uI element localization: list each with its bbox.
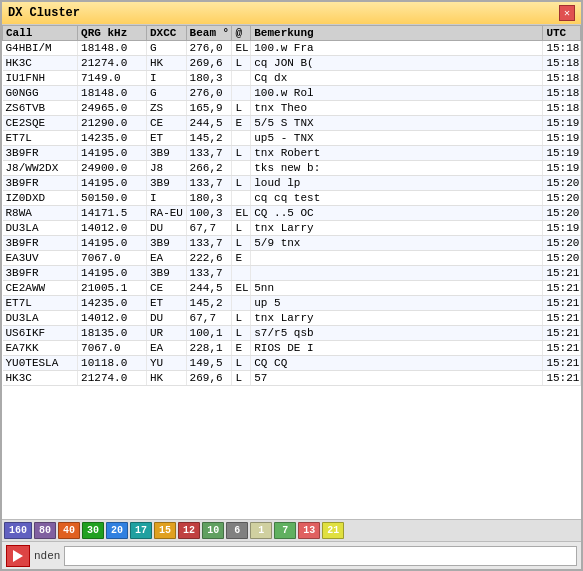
cell-call: IZ0DXD (3, 191, 78, 206)
cell-remark: 57 (251, 371, 543, 386)
band-btn-20[interactable]: 20 (106, 522, 128, 539)
col-header-call[interactable]: Call (3, 26, 78, 41)
table-row[interactable]: DU3LA14012.0DU67,7Ltnx Larry15:19 (3, 221, 581, 236)
cell-qrg: 14195.0 (78, 176, 147, 191)
cell-beam: 269,6 (186, 371, 232, 386)
band-btn-13[interactable]: 13 (298, 522, 320, 539)
band-btn-12[interactable]: 12 (178, 522, 200, 539)
table-row[interactable]: 3B9FR14195.03B9133,7L5/9 tnx15:20 (3, 236, 581, 251)
band-btn-80[interactable]: 80 (34, 522, 56, 539)
band-btn-1[interactable]: 1 (250, 522, 272, 539)
cell-beam: 145,2 (186, 296, 232, 311)
cell-beam: 133,7 (186, 146, 232, 161)
cell-call: 3B9FR (3, 236, 78, 251)
cell-call: G0NGG (3, 86, 78, 101)
cell-at: L (232, 101, 251, 116)
band-btn-160[interactable]: 160 (4, 522, 32, 539)
cell-beam: 67,7 (186, 311, 232, 326)
band-btn-40[interactable]: 40 (58, 522, 80, 539)
cell-call: R8WA (3, 206, 78, 221)
cell-beam: 67,7 (186, 221, 232, 236)
col-header-beam[interactable]: Beam ° (186, 26, 232, 41)
command-input[interactable] (64, 546, 577, 566)
cell-at: EL (232, 206, 251, 221)
cell-utc: 15:19 (543, 161, 581, 176)
cell-beam: 149,5 (186, 356, 232, 371)
cell-qrg: 14171.5 (78, 206, 147, 221)
col-header-utc[interactable]: UTC (543, 26, 581, 41)
table-row[interactable]: J8/WW2DX24900.0J8266,2tks new b:15:19 (3, 161, 581, 176)
band-btn-17[interactable]: 17 (130, 522, 152, 539)
col-header-qrg[interactable]: QRG kHz (78, 26, 147, 41)
cell-at: L (232, 56, 251, 71)
cell-qrg: 14195.0 (78, 236, 147, 251)
cell-remark: 5/5 S TNX (251, 116, 543, 131)
table-row[interactable]: G0NGG18148.0G276,0100.w Rol15:18 (3, 86, 581, 101)
table-row[interactable]: G4HBI/M18148.0G276,0EL100.w Fra15:18 (3, 41, 581, 56)
table-row[interactable]: EA7KK7067.0EA228,1ERIOS DE I15:21 (3, 341, 581, 356)
cell-dxcc: 3B9 (146, 266, 186, 281)
cell-dxcc: EA (146, 251, 186, 266)
cell-remark: tnx Larry (251, 311, 543, 326)
table-row[interactable]: DU3LA14012.0DU67,7Ltnx Larry15:21 (3, 311, 581, 326)
table-row[interactable]: IZ0DXD50150.0I180,3cq cq test15:20 (3, 191, 581, 206)
cell-at (232, 191, 251, 206)
table-row[interactable]: HK3C21274.0HK269,6L5715:21 (3, 371, 581, 386)
band-btn-21[interactable]: 21 (322, 522, 344, 539)
band-btn-6[interactable]: 6 (226, 522, 248, 539)
band-btn-30[interactable]: 30 (82, 522, 104, 539)
table-row[interactable]: ZS6TVB24965.0ZS165,9Ltnx Theo15:18 (3, 101, 581, 116)
col-header-remark[interactable]: Bemerkung (251, 26, 543, 41)
table-row[interactable]: ET7L14235.0ET145,2up5 - TNX15:19 (3, 131, 581, 146)
close-button[interactable]: ✕ (559, 5, 575, 21)
col-header-at[interactable]: @ (232, 26, 251, 41)
cell-at (232, 266, 251, 281)
cell-at: L (232, 221, 251, 236)
cell-qrg: 10118.0 (78, 356, 147, 371)
band-btn-15[interactable]: 15 (154, 522, 176, 539)
cell-call: DU3LA (3, 221, 78, 236)
table-header: CallQRG kHzDXCCBeam °@BemerkungUTC (3, 26, 581, 41)
table-row[interactable]: 3B9FR14195.03B9133,7Lloud lp15:20 (3, 176, 581, 191)
table-row[interactable]: IU1FNH7149.0I180,3Cq dx15:18 (3, 71, 581, 86)
table-row[interactable]: R8WA14171.5RA-EU100,3ELCQ ..5 OC15:20 (3, 206, 581, 221)
table-row[interactable]: YU0TESLA10118.0YU149,5LCQ CQ15:21 (3, 356, 581, 371)
table-row[interactable]: CE2SQE21290.0CE244,5E5/5 S TNX15:19 (3, 116, 581, 131)
cell-beam: 100,1 (186, 326, 232, 341)
cell-call: US6IKF (3, 326, 78, 341)
cell-utc: 15:21 (543, 356, 581, 371)
cell-remark: 5nn (251, 281, 543, 296)
cell-call: 3B9FR (3, 146, 78, 161)
table-row[interactable]: CE2AWW21005.1CE244,5EL5nn15:21 (3, 281, 581, 296)
cell-at (232, 161, 251, 176)
cell-remark (251, 266, 543, 281)
table-row[interactable]: ET7L14235.0ET145,2up 515:21 (3, 296, 581, 311)
table-row[interactable]: EA3UV7067.0EA222,6E15:20 (3, 251, 581, 266)
cell-at: L (232, 146, 251, 161)
cell-call: ET7L (3, 296, 78, 311)
cell-utc: 15:19 (543, 146, 581, 161)
cell-beam: 269,6 (186, 56, 232, 71)
cell-utc: 15:21 (543, 266, 581, 281)
cell-dxcc: DU (146, 221, 186, 236)
table-row[interactable]: 3B9FR14195.03B9133,7Ltnx Robert15:19 (3, 146, 581, 161)
cell-dxcc: 3B9 (146, 236, 186, 251)
band-btn-10[interactable]: 10 (202, 522, 224, 539)
cell-utc: 15:18 (543, 41, 581, 56)
table-row[interactable]: 3B9FR14195.03B9133,715:21 (3, 266, 581, 281)
cell-dxcc: RA-EU (146, 206, 186, 221)
table-row[interactable]: US6IKF18135.0UR100,1Ls7/r5 qsb15:21 (3, 326, 581, 341)
cell-dxcc: ET (146, 131, 186, 146)
cell-remark: 100.w Rol (251, 86, 543, 101)
cell-beam: 244,5 (186, 116, 232, 131)
table-row[interactable]: HK3C21274.0HK269,6Lcq JON B(15:18 (3, 56, 581, 71)
cell-beam: 266,2 (186, 161, 232, 176)
play-button[interactable] (6, 545, 30, 567)
cell-remark: 100.w Fra (251, 41, 543, 56)
dx-table: CallQRG kHzDXCCBeam °@BemerkungUTC G4HBI… (2, 25, 581, 386)
cell-at: EL (232, 41, 251, 56)
cell-utc: 15:20 (543, 206, 581, 221)
band-btn-7[interactable]: 7 (274, 522, 296, 539)
col-header-dxcc[interactable]: DXCC (146, 26, 186, 41)
cell-at: L (232, 356, 251, 371)
